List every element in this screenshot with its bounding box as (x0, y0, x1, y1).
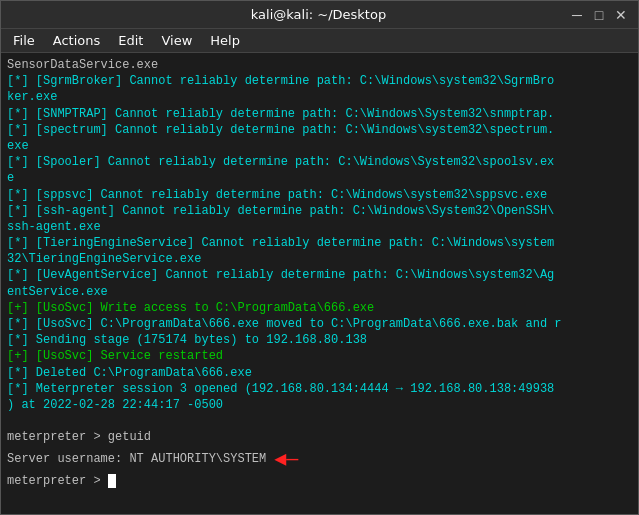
cursor (108, 474, 116, 488)
red-arrow-icon: ◀— (274, 446, 298, 473)
terminal-line: [*] Deleted C:\ProgramData\666.exe (7, 365, 632, 381)
terminal-line-getuid: meterpreter > getuid (7, 429, 632, 445)
menu-actions[interactable]: Actions (45, 31, 109, 50)
terminal-line: [*] [UevAgentService] Cannot reliably de… (7, 267, 632, 299)
terminal-line-username: Server username: NT AUTHORITY\SYSTEM ◀— (7, 446, 632, 473)
terminal-line (7, 413, 632, 429)
terminal-line: [*] [TieringEngineService] Cannot reliab… (7, 235, 632, 267)
terminal-line: [*] [ssh-agent] Cannot reliably determin… (7, 203, 632, 235)
menu-file[interactable]: File (5, 31, 43, 50)
window-controls: ─ □ ✕ (568, 8, 630, 22)
menu-edit[interactable]: Edit (110, 31, 151, 50)
terminal-line: [*] [SNMPTRAP] Cannot reliably determine… (7, 106, 632, 122)
minimize-button[interactable]: ─ (568, 8, 586, 22)
terminal-line: [*] Meterpreter session 3 opened (192.16… (7, 381, 632, 413)
prompt-text: meterpreter > (7, 473, 108, 489)
menu-view[interactable]: View (153, 31, 200, 50)
terminal-output[interactable]: SensorDataService.exe [*] [SgrmBroker] C… (1, 53, 638, 514)
title-bar: kali@kali: ~/Desktop ─ □ ✕ (1, 1, 638, 29)
terminal-window: kali@kali: ~/Desktop ─ □ ✕ File Actions … (0, 0, 639, 515)
terminal-line: [+] [UsoSvc] Service restarted (7, 348, 632, 364)
menu-bar: File Actions Edit View Help (1, 29, 638, 53)
close-button[interactable]: ✕ (612, 8, 630, 22)
terminal-line: [*] [spectrum] Cannot reliably determine… (7, 122, 632, 154)
menu-help[interactable]: Help (202, 31, 248, 50)
terminal-line: [*] [Spooler] Cannot reliably determine … (7, 154, 632, 186)
username-text: Server username: NT AUTHORITY\SYSTEM (7, 451, 266, 467)
terminal-prompt: meterpreter > (7, 473, 632, 489)
terminal-line: [+] [UsoSvc] Write access to C:\ProgramD… (7, 300, 632, 316)
terminal-line: [*] [SgrmBroker] Cannot reliably determi… (7, 73, 632, 105)
terminal-line: [*] [sppsvc] Cannot reliably determine p… (7, 187, 632, 203)
terminal-line: SensorDataService.exe (7, 57, 632, 73)
maximize-button[interactable]: □ (590, 8, 608, 22)
terminal-line: [*] [UsoSvc] C:\ProgramData\666.exe move… (7, 316, 632, 332)
terminal-line: [*] Sending stage (175174 bytes) to 192.… (7, 332, 632, 348)
window-title: kali@kali: ~/Desktop (69, 7, 568, 22)
